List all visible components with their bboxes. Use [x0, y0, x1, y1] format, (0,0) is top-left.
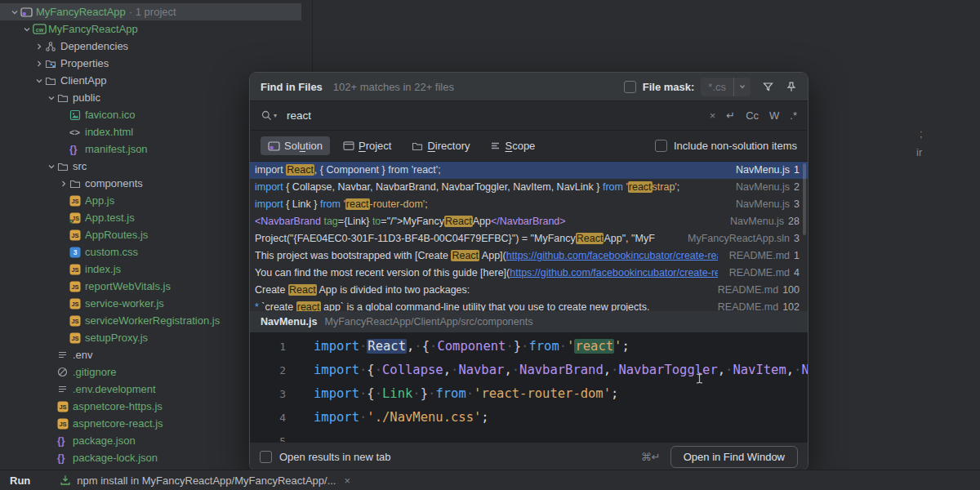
ignore-icon	[57, 367, 73, 377]
result-row[interactable]: Create React App is divided into two pac…	[250, 282, 808, 299]
chevron-down-icon[interactable]	[45, 162, 57, 172]
preview-header: NavMenu.js MyFancyReactApp/ClientApp/src…	[250, 311, 808, 333]
npm-install-icon	[60, 474, 71, 486]
chevron-down-icon[interactable]	[8, 7, 20, 17]
result-file-name: README.md	[729, 247, 790, 265]
include-non-solution-checkbox[interactable]	[655, 140, 667, 152]
pin-icon[interactable]	[786, 81, 797, 93]
code-line: 3import·{·Link·}·from·'react-router-dom'…	[250, 382, 808, 406]
tree-item-suffix: · 1 project	[129, 6, 176, 18]
code-text: import·React,·{·Component·}·from·'react'…	[314, 335, 630, 359]
result-row[interactable]: import { Collapse, Navbar, NavbarBrand, …	[250, 179, 808, 196]
ide-window: MyFancyReactApp · 1 projectcwMyFancyReac…	[0, 0, 980, 490]
chevron-right-icon[interactable]	[57, 179, 69, 189]
match-case-toggle[interactable]: Cc	[746, 109, 759, 122]
find-in-files-dialog: Find in Files 102+ matches in 22+ files …	[249, 72, 808, 471]
result-row[interactable]: * `create react app` is a global command…	[250, 299, 808, 311]
search-bar[interactable]: ▾ react × ↵ Cc W .*	[250, 100, 808, 131]
scope-tab-scope[interactable]: Scope	[483, 136, 542, 155]
result-file-name: README.md	[718, 282, 778, 299]
result-row[interactable]: <NavbarBrand tag={Link} to="/">MyFancyRe…	[250, 213, 808, 230]
scope-bar: SolutionProjectDirectoryScopeInclude non…	[250, 131, 808, 162]
lines-icon	[490, 140, 501, 151]
filter-icon[interactable]	[762, 81, 774, 93]
tree-item-properties[interactable]: Properties	[0, 55, 301, 72]
result-row[interactable]: Project("{FAE04EC0-301F-11D3-BF4B-00C04F…	[250, 230, 808, 247]
folder-icon	[57, 161, 73, 172]
js-test-icon: JS	[69, 212, 85, 224]
svg-text:3: 3	[74, 248, 78, 256]
result-row[interactable]: import { Link } from 'react-router-dom';…	[250, 196, 808, 213]
tree-item-label: index.html	[85, 126, 133, 138]
folder-icon	[412, 140, 423, 152]
tree-item-dependencies[interactable]: Dependencies	[0, 38, 301, 55]
open-in-find-window-button[interactable]: Open in Find Window	[670, 446, 798, 468]
result-row[interactable]: This project was bootstrapped with [Crea…	[250, 247, 808, 265]
open-in-new-tab-checkbox[interactable]	[260, 451, 272, 463]
folder-icon	[57, 92, 73, 104]
results-list: import React, { Component } from 'react'…	[250, 162, 808, 311]
run-tool-window-button[interactable]: Run	[10, 474, 30, 487]
result-text: import { Link } from 'react-router-dom';	[255, 196, 724, 213]
status-task-text[interactable]: npm install in MyFancyReactApp/MyFancyRe…	[77, 474, 336, 487]
tree-item-label: custom.css	[85, 246, 138, 258]
matches-summary: 102+ matches in 22+ files	[333, 81, 454, 93]
scope-tab-label: Project	[359, 140, 391, 152]
tree-item-label: MyFancyReactApp	[36, 6, 126, 18]
file-mask-label: File mask:	[643, 81, 695, 93]
code-text: import·{·Link·}·from·'react-router-dom';	[314, 382, 618, 406]
chevron-down-icon[interactable]	[20, 24, 33, 34]
words-toggle[interactable]: W	[769, 109, 779, 122]
code-line: 5	[250, 430, 808, 442]
code-text: import·{·Collapse,·Navbar,·NavbarBrand,·…	[314, 359, 808, 382]
tree-item-label: manifest.json	[85, 143, 148, 155]
code-line: 1import·React,·{·Component·}·from·'react…	[250, 335, 808, 359]
result-line-number: 102	[782, 299, 800, 311]
tree-item-label: Properties	[60, 57, 109, 69]
line-number: 1	[250, 335, 286, 359]
result-file-name: README.md	[729, 265, 790, 282]
result-row[interactable]: import React, { Component } from 'react'…	[250, 162, 808, 179]
js-icon: JS	[69, 229, 85, 241]
tree-item-label: MyFancyReactApp	[48, 23, 138, 35]
chevron-right-icon[interactable]	[33, 59, 45, 69]
chevron-right-icon[interactable]	[33, 42, 45, 51]
tree-item-label: aspnetcore-https.js	[73, 400, 163, 412]
search-history-caret[interactable]: ▾	[274, 112, 277, 119]
window-icon	[343, 140, 354, 151]
editor-remnant-text: ir	[916, 146, 922, 158]
scrollbar-thumb[interactable]	[803, 163, 806, 235]
newline-icon[interactable]: ↵	[726, 109, 735, 122]
open-in-new-tab-label: Open results in new tab	[279, 451, 391, 463]
result-line-number: 28	[788, 213, 800, 230]
chevron-down-icon[interactable]	[33, 76, 45, 86]
search-icon[interactable]: ▾	[261, 109, 277, 122]
scope-tab-solution[interactable]: Solution	[261, 136, 330, 155]
file-mask-combo[interactable]: *.cs	[701, 78, 751, 96]
tree-item-label: package-lock.json	[73, 452, 158, 464]
scope-tab-label: Solution	[284, 140, 323, 152]
tree-item-label: serviceWorkerRegistration.js	[85, 314, 220, 327]
tree-item-myfancyreactapp[interactable]: MyFancyReactApp · 1 project	[0, 3, 301, 20]
result-text: You can find the most recent version of …	[255, 265, 718, 282]
tree-item-label: App.test.js	[85, 212, 135, 224]
code-text: import·'./NavMenu.css';	[314, 406, 489, 430]
close-task-icon[interactable]: ×	[344, 474, 350, 487]
scope-tab-directory[interactable]: Directory	[404, 136, 477, 155]
chevron-down-icon[interactable]	[45, 93, 57, 103]
regex-toggle[interactable]: .*	[790, 109, 797, 122]
include-non-solution-label: Include non-solution items	[674, 140, 797, 152]
result-row[interactable]: You can find the most recent version of …	[250, 265, 808, 282]
clear-search-icon[interactable]: ×	[710, 109, 716, 122]
chevron-down-icon[interactable]	[733, 78, 751, 96]
file-mask-checkbox[interactable]	[624, 81, 636, 93]
code-preview[interactable]: 1import·React,·{·Component·}·from·'react…	[250, 333, 808, 442]
tree-item-label: Dependencies	[60, 40, 128, 52]
scope-tab-project[interactable]: Project	[336, 136, 399, 155]
tree-item-label: reportWebVitals.js	[85, 280, 171, 292]
search-input[interactable]: react	[287, 109, 311, 122]
result-line-number: 2	[794, 179, 800, 196]
tree-item-myfancyreactapp[interactable]: cwMyFancyReactApp	[0, 20, 301, 38]
result-text: Create React App is divided into two pac…	[255, 282, 706, 299]
shortcut-hint: ⌘↵	[641, 451, 661, 463]
